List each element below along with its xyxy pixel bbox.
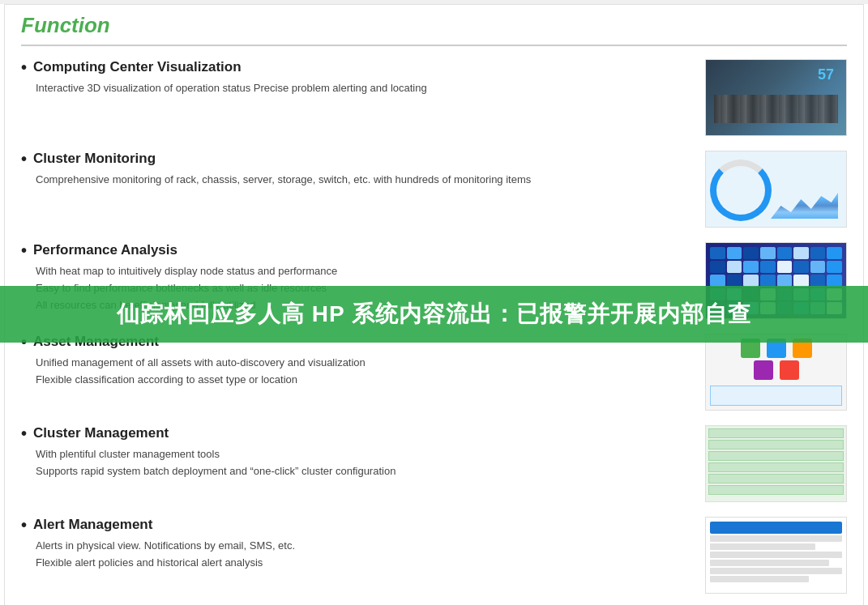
performance-desc1: With heat map to intuitively display nod… [36, 265, 337, 277]
perf-cell-16 [710, 275, 725, 287]
feature-title-text-cluster-monitoring: Cluster Monitoring [33, 151, 156, 167]
perf-cell-10 [743, 261, 759, 273]
page-container: Function • Computing Center Visualizatio… [0, 4, 868, 605]
feature-title-text-performance: Performance Analysis [33, 242, 177, 258]
section-title: Function [21, 13, 847, 38]
feature-desc-cluster-mgmt: With plentiful cluster management tools … [21, 446, 689, 480]
feature-title-cluster-monitoring: • Cluster Monitoring [21, 151, 689, 167]
feature-image-asset [705, 334, 847, 411]
perf-cell-1 [727, 247, 742, 259]
perf-cell-18 [743, 275, 759, 287]
feature-title-text-alert: Alert Management [33, 517, 152, 533]
alert-line-2 [710, 543, 815, 550]
alert-desc1: Alerts in physical view. Notifications b… [36, 539, 295, 552]
feature-row-alert: • Alert Management Alerts in physical vi… [21, 517, 847, 594]
perf-cell-7 [827, 247, 842, 259]
perf-cell-14 [810, 261, 826, 273]
cluster-row-3 [708, 451, 844, 461]
alert-header [710, 522, 842, 534]
bullet-cluster-mgmt: • [21, 425, 27, 441]
alert-desc2: Flexible alert policies and historical a… [36, 556, 263, 569]
perf-cell-11 [760, 261, 776, 273]
perf-cell-23 [827, 275, 842, 287]
perf-cell-12 [777, 261, 793, 273]
feature-text-alert: • Alert Management Alerts in physical vi… [21, 517, 689, 572]
feature-image-alert [705, 517, 847, 594]
feature-image-computing [705, 59, 847, 136]
asset-icons-row-2 [754, 360, 799, 380]
feature-title-alert: • Alert Management [21, 517, 689, 533]
cluster-row-2 [708, 440, 844, 449]
perf-cell-5 [793, 247, 809, 259]
bullet-computing: • [21, 59, 27, 75]
feature-image-cluster-mgmt [705, 425, 847, 502]
cluster-mgmt-desc1: With plentiful cluster management tools [36, 448, 220, 460]
perf-cell-8 [710, 261, 725, 273]
feature-title-performance: • Performance Analysis [21, 242, 689, 258]
perf-cell-4 [777, 247, 793, 259]
asset-icon-4 [754, 360, 773, 380]
feature-row-asset: • Asset Management Unified management of… [21, 334, 847, 411]
alert-line-5 [710, 568, 842, 574]
feature-row-cluster-monitoring: • Cluster Monitoring Comprehensive monit… [21, 151, 847, 228]
cluster-row-6 [708, 485, 844, 495]
alert-line-4 [710, 560, 829, 566]
title-divider [21, 45, 847, 46]
perf-cell-20 [777, 275, 793, 287]
alert-line-3 [710, 552, 842, 558]
feature-row-cluster-mgmt: • Cluster Management With plentiful clus… [21, 425, 847, 502]
cluster-row-5 [708, 474, 844, 484]
perf-cell-15 [827, 261, 842, 273]
feature-text-cluster-monitoring: • Cluster Monitoring Comprehensive monit… [21, 151, 689, 189]
perf-cell-17 [727, 275, 742, 287]
alert-line-1 [710, 535, 842, 542]
feature-image-cluster-monitoring [705, 151, 847, 228]
bullet-alert: • [21, 517, 27, 533]
feature-title-text-cluster-mgmt: Cluster Management [33, 425, 169, 441]
cluster-row-1 [708, 428, 844, 438]
perf-cell-21 [793, 275, 809, 287]
feature-text-computing: • Computing Center Visualization Interac… [21, 59, 689, 97]
overlay-text: 仙踪林回应多人高 HP 系统内容流出：已报警并开展内部自查 [117, 301, 751, 326]
asset-table-preview [710, 386, 842, 406]
bullet-cluster-monitoring: • [21, 151, 27, 167]
alert-line-6 [710, 576, 809, 582]
feature-row-computing: • Computing Center Visualization Interac… [21, 59, 847, 136]
cluster-mgmt-desc2: Supports rapid system batch deployment a… [36, 465, 396, 477]
feature-desc-asset: Unified management of all assets with au… [21, 355, 689, 389]
feature-title-computing: • Computing Center Visualization [21, 59, 689, 75]
feature-title-text-computing: Computing Center Visualization [33, 59, 242, 75]
perf-cell-22 [810, 275, 826, 287]
bullet-performance: • [21, 242, 27, 258]
perf-cell-13 [793, 261, 809, 273]
asset-icon-5 [780, 360, 799, 380]
feature-desc-cluster-monitoring: Comprehensive monitoring of rack, chassi… [21, 172, 689, 189]
perf-cell-3 [760, 247, 776, 259]
perf-cell-9 [727, 261, 742, 273]
feature-text-cluster-mgmt: • Cluster Management With plentiful clus… [21, 425, 689, 480]
asset-desc2: Flexible classification according to ass… [36, 373, 297, 386]
perf-cell-19 [760, 275, 776, 287]
cluster-row-4 [708, 462, 844, 472]
perf-cell-6 [810, 247, 826, 259]
perf-cell-2 [743, 247, 759, 259]
asset-desc1: Unified management of all assets with au… [36, 356, 366, 369]
alert-body [710, 535, 842, 589]
perf-cell-0 [710, 247, 725, 259]
feature-desc-computing: Interactive 3D visualization of operatio… [21, 80, 689, 97]
overlay-banner: 仙踪林回应多人高 HP 系统内容流出：已报警并开展内部自查 [0, 286, 868, 343]
feature-title-cluster-mgmt: • Cluster Management [21, 425, 689, 441]
feature-desc-alert: Alerts in physical view. Notifications b… [21, 538, 689, 572]
